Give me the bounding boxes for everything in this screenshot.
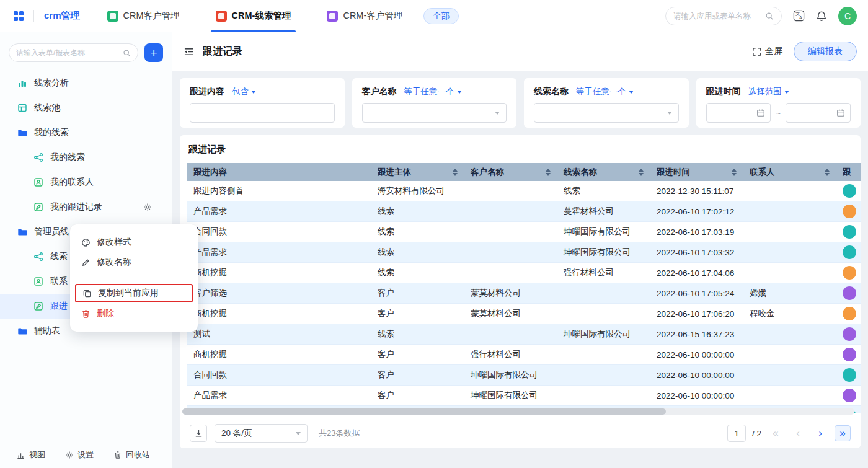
filter-operator-label: 等于任意一个 (404, 86, 454, 97)
tab-label: CRM-客户管理 (343, 10, 402, 22)
sidebar-item-1[interactable]: 线索分析 (0, 71, 172, 95)
chevron-down-icon (667, 112, 672, 115)
table-row-8[interactable]: 测试线索坤曜国际有限公司2022-06-15 16:37:23 (187, 324, 861, 345)
horizontal-scrollbar[interactable] (182, 408, 854, 415)
first-page-icon[interactable]: « (768, 425, 784, 441)
sort-icon[interactable] (639, 169, 644, 176)
column-header-3[interactable]: 客户名称 (464, 163, 557, 181)
user-avatar[interactable]: C (838, 7, 857, 25)
tab-3[interactable]: CRM-客户管理 (327, 0, 402, 32)
tab-2[interactable]: CRM-线索管理 (216, 0, 291, 32)
table-row-11[interactable]: 产品需求客户坤曜国际有限公司2022-06-10 00:00:00 (187, 386, 861, 406)
sort-icon[interactable] (546, 169, 551, 176)
tab-1[interactable]: CRM客户管理 (107, 0, 180, 32)
recycle-bin-button[interactable]: 回收站 (113, 449, 150, 461)
table-row-5[interactable]: 商机挖掘线索强行材料公司2022-06-10 17:04:06 (187, 263, 861, 283)
views-button[interactable]: 视图 (16, 449, 45, 461)
global-search-input[interactable] (673, 12, 761, 20)
filter-operator-dropdown[interactable]: 包含 (232, 86, 256, 97)
table-cell: 2022-06-10 17:05:24 (650, 283, 743, 304)
end-date-input[interactable] (786, 103, 851, 123)
gear-icon[interactable] (143, 203, 152, 211)
sidebar-item-3[interactable]: 我的线索 (0, 120, 172, 145)
table-row-1[interactable]: 跟进内容侧首海安材料有限公司线索2022-12-30 15:11:07 (187, 181, 861, 201)
filter-card-follow-content: 跟进内容 包含 (180, 78, 345, 128)
sidebar-search-input[interactable] (16, 48, 119, 57)
table-header-row: 跟进内容跟进主体客户名称线索名称跟进时间联系人跟 (187, 163, 861, 181)
table-cell: 产品需求 (187, 242, 371, 263)
page-size-select[interactable]: 20 条/页 (215, 424, 308, 443)
table-cell: 产品需求 (187, 201, 371, 222)
table-cell: 客户筛选 (187, 283, 371, 304)
table-cell: 商机挖掘 (187, 263, 371, 283)
chevron-down-icon (784, 91, 789, 94)
table-row-2[interactable]: 产品需求线索蔓霍材料公司2022-06-10 17:02:12 (187, 201, 861, 222)
apps-grid-icon[interactable] (12, 10, 25, 22)
copy-icon (82, 289, 92, 298)
settings-label: 设置 (78, 449, 94, 461)
column-header-5[interactable]: 跟进时间 (650, 163, 743, 181)
table-cell: 客户 (371, 345, 464, 365)
sort-icon[interactable] (732, 169, 737, 176)
table-cell: 蔓霍材料公司 (557, 201, 650, 222)
edit-report-button[interactable]: 编辑报表 (794, 42, 857, 61)
fullscreen-button[interactable]: 全屏 (752, 46, 782, 57)
lead-name-filter-select[interactable] (534, 103, 679, 123)
sidebar-search-row: + (0, 32, 172, 71)
next-page-icon[interactable]: › (812, 425, 828, 441)
table-cell: 线索 (371, 324, 464, 345)
sidebar-search[interactable] (9, 43, 138, 62)
context-menu-item-label: 复制到当前应用 (98, 288, 159, 299)
language-icon[interactable]: 文A (793, 10, 805, 22)
notification-bell-icon[interactable] (816, 11, 827, 22)
download-icon[interactable] (190, 425, 207, 442)
table-row-7[interactable]: 商机挖掘客户蒙莫材料公司2022-06-10 17:06:20程咬金 (187, 304, 861, 324)
sidebar-item-4[interactable]: 我的线索 (0, 145, 172, 170)
scrollbar-thumb[interactable] (182, 408, 666, 415)
sort-icon[interactable] (825, 169, 830, 176)
all-apps-button[interactable]: 全部 (423, 8, 459, 24)
app-name[interactable]: crm管理 (44, 10, 80, 22)
context-menu-item-4[interactable]: 删除 (70, 304, 198, 324)
collapse-sidebar-icon[interactable] (184, 47, 194, 56)
table-row-4[interactable]: 产品需求线索坤曜国际有限公司2022-06-10 17:03:32 (187, 242, 861, 263)
context-menu-item-1[interactable]: 修改样式 (70, 232, 198, 252)
table-row-9[interactable]: 商机挖掘客户强行材料公司2022-06-10 00:00:00 (187, 345, 861, 365)
sidebar-item-6[interactable]: 我的跟进记录 (0, 195, 172, 219)
table-cell: 2022-06-10 00:00:00 (650, 345, 743, 365)
sidebar-item-2[interactable]: 线索池 (0, 95, 172, 120)
table-cell: 2022-06-15 16:37:23 (650, 324, 743, 345)
sort-icon[interactable] (453, 169, 458, 176)
filter-operator-label: 包含 (232, 86, 249, 97)
follow-content-filter-input[interactable] (190, 103, 335, 123)
sidebar-item-label: 线索分析 (34, 77, 69, 89)
main-header: 跟进记录 全屏 编辑报表 (172, 32, 868, 71)
chevron-down-icon (629, 91, 634, 94)
contact-avatar (843, 205, 856, 218)
table-cell: 蒙莫材料公司 (464, 283, 557, 304)
table-row-6[interactable]: 客户筛选客户蒙莫材料公司2022-06-10 17:05:24嫦娥 (187, 283, 861, 304)
table-row-10[interactable]: 合同回款客户坤曜国际有限公司2022-06-10 00:00:00 (187, 365, 861, 386)
chevron-down-icon (495, 112, 500, 115)
sidebar-item-5[interactable]: 我的联系人 (0, 170, 172, 195)
customer-name-filter-select[interactable] (362, 103, 507, 123)
filter-operator-dropdown[interactable]: 等于任意一个 (576, 86, 634, 97)
global-search[interactable] (665, 7, 782, 25)
start-date-input[interactable] (706, 103, 771, 123)
context-menu-item-3[interactable]: 复制到当前应用 (75, 284, 193, 302)
filter-operator-dropdown[interactable]: 选择范围 (748, 86, 789, 97)
contact-avatar (843, 245, 856, 259)
current-page-box[interactable]: 1 (727, 425, 746, 442)
settings-button[interactable]: 设置 (65, 449, 94, 461)
table-cell: 2022-06-10 17:06:20 (650, 304, 743, 324)
table-row-3[interactable]: 合同回款线索坤曜国际有限公司2022-06-10 17:03:19 (187, 222, 861, 242)
table-cell (743, 242, 836, 263)
filter-operator-dropdown[interactable]: 等于任意一个 (404, 86, 462, 97)
add-form-button[interactable]: + (144, 43, 163, 62)
column-header-2[interactable]: 跟进主体 (371, 163, 464, 181)
last-page-icon[interactable]: » (835, 425, 851, 441)
column-header-4[interactable]: 线索名称 (557, 163, 650, 181)
column-header-6[interactable]: 联系人 (743, 163, 836, 181)
prev-page-icon[interactable]: ‹ (790, 425, 806, 441)
context-menu-item-2[interactable]: 修改名称 (70, 252, 198, 272)
